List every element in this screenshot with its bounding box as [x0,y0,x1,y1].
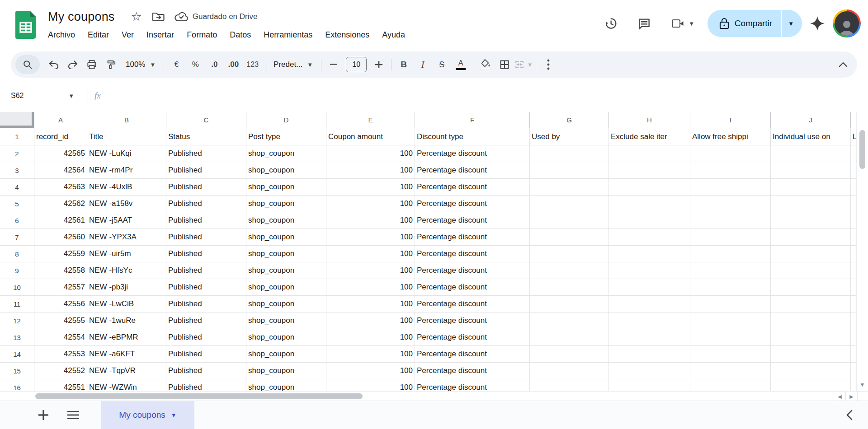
cell[interactable] [771,246,851,262]
star-icon[interactable]: ☆ [131,11,142,23]
cell[interactable]: Published [166,296,246,312]
row-number-14[interactable]: 14 [0,346,34,363]
cell[interactable]: Percentage discount [415,196,530,212]
cell[interactable]: shop_coupon [246,196,326,212]
cell[interactable]: 100 [326,329,415,346]
row-number-13[interactable]: 13 [0,329,34,346]
cell[interactable] [530,379,609,391]
row-number-15[interactable]: 15 [0,363,34,379]
cell[interactable] [530,196,609,212]
row-number-6[interactable]: 6 [0,212,34,229]
cell[interactable]: shop_coupon [246,312,326,329]
redo-button[interactable] [63,55,82,74]
menu-editar[interactable]: Editar [88,30,109,40]
cell[interactable] [771,196,851,212]
cell[interactable]: 42561 [34,212,87,229]
cell[interactable]: NEW -YPX3A [87,229,166,246]
cell[interactable]: shop_coupon [246,346,326,363]
cell[interactable] [851,379,856,391]
collapse-side-panel-chevron-icon[interactable] [846,401,853,429]
cell[interactable]: Percentage discount [415,212,530,229]
cell[interactable]: Percentage discount [415,229,530,246]
cell[interactable]: Percentage discount [415,296,530,312]
cell[interactable]: 100 [326,279,415,296]
cell[interactable] [851,246,856,262]
cell[interactable]: Coupon amount [326,128,415,145]
cell[interactable] [690,162,771,179]
font-size-input[interactable]: 10 [346,57,367,72]
row-number-8[interactable]: 8 [0,246,34,262]
scroll-left-arrow-icon[interactable]: ◀ [834,392,845,401]
text-color-button[interactable]: A [451,55,470,74]
cell[interactable] [530,246,609,262]
vertical-scrollbar-thumb[interactable] [859,130,865,169]
cell[interactable]: NEW -4UxlB [87,179,166,196]
cell[interactable]: Published [166,212,246,229]
format-percent-button[interactable]: % [186,55,205,74]
meet-dropdown-caret[interactable]: ▼ [689,20,694,27]
version-history-button[interactable] [600,13,622,34]
cell[interactable]: 100 [326,346,415,363]
row-number-9[interactable]: 9 [0,262,34,279]
cell[interactable]: 42563 [34,179,87,196]
share-dropdown-button[interactable]: ▼ [782,10,802,37]
column-header-C[interactable]: C [166,112,246,128]
cell[interactable]: record_id [34,128,87,145]
vertical-scrollbar[interactable]: ▼ [856,112,868,391]
column-header-D[interactable]: D [246,112,326,128]
cell[interactable]: 42562 [34,196,87,212]
cell[interactable]: 42551 [34,379,87,391]
cell[interactable] [609,279,690,296]
zoom-control[interactable]: 100% ▼ [120,55,161,74]
cell[interactable] [690,329,771,346]
cell[interactable] [690,229,771,246]
all-sheets-menu-button[interactable] [63,401,83,429]
cell[interactable] [530,312,609,329]
cell[interactable] [609,296,690,312]
column-header-E[interactable]: E [326,112,415,128]
cell[interactable] [609,363,690,379]
cell[interactable]: Published [166,329,246,346]
cell[interactable] [851,196,856,212]
cell[interactable]: Allow free shippi [690,128,771,145]
cell[interactable] [530,162,609,179]
column-header-G[interactable]: G [530,112,609,128]
cell[interactable] [771,363,851,379]
cell[interactable]: Percentage discount [415,246,530,262]
menu-insertar[interactable]: Insertar [146,30,174,40]
cell[interactable] [530,229,609,246]
row-number-3[interactable]: 3 [0,162,34,179]
cell[interactable] [690,312,771,329]
cell[interactable]: Published [166,312,246,329]
cell[interactable] [609,212,690,229]
cell[interactable]: shop_coupon [246,212,326,229]
name-box[interactable]: S62 ▼ [11,92,74,100]
cell[interactable] [530,346,609,363]
cell[interactable]: NEW -LuKqi [87,145,166,162]
cell[interactable] [771,279,851,296]
cell[interactable]: Status [166,128,246,145]
cell[interactable]: Percentage discount [415,312,530,329]
cell[interactable]: Published [166,196,246,212]
cell[interactable]: 100 [326,296,415,312]
cell[interactable] [851,346,856,363]
row-number-4[interactable]: 4 [0,179,34,196]
sheet-tab-active[interactable]: My coupons ▼ [101,401,194,429]
cell[interactable] [851,329,856,346]
cell[interactable] [771,212,851,229]
cell[interactable]: shop_coupon [246,162,326,179]
cell[interactable]: NEW -HfsYc [87,262,166,279]
account-avatar[interactable] [833,9,861,37]
cell[interactable] [609,379,690,391]
cell[interactable] [851,179,856,196]
cell[interactable] [690,145,771,162]
cell[interactable]: Percentage discount [415,346,530,363]
gemini-spark-icon[interactable] [808,13,826,34]
cell[interactable] [609,145,690,162]
cell[interactable]: Published [166,346,246,363]
cell[interactable] [609,246,690,262]
cell[interactable]: Exclude sale iter [609,128,690,145]
cell[interactable]: 100 [326,262,415,279]
cell[interactable]: 100 [326,379,415,391]
cell[interactable]: 42565 [34,145,87,162]
